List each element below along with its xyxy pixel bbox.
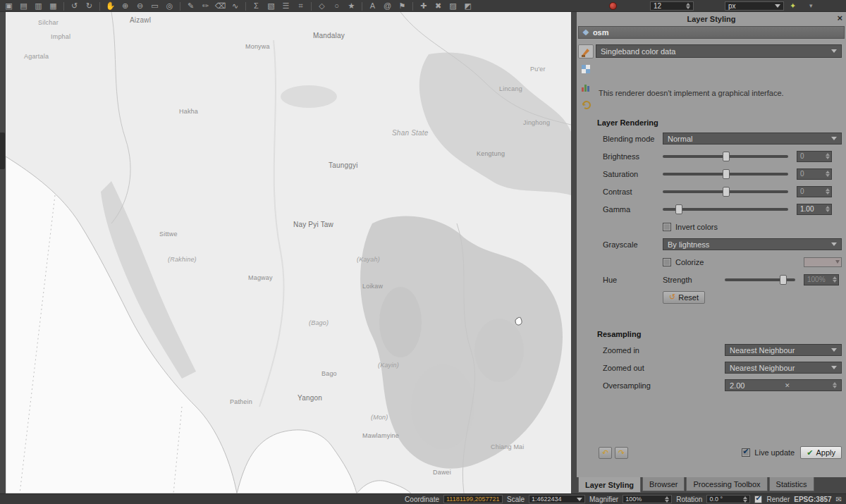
saturation-spinbox[interactable]: 0 xyxy=(797,168,832,180)
slider-handle[interactable] xyxy=(723,187,730,197)
histogram-icon[interactable] xyxy=(578,80,594,94)
toolbar-icon[interactable]: ∿ xyxy=(229,1,241,11)
toolbar-icon[interactable]: ▦ xyxy=(47,1,59,11)
layer-selector[interactable]: ❖ osm xyxy=(578,26,845,39)
toolbar-icon[interactable]: ↺ xyxy=(68,1,80,11)
reset-button[interactable]: ↺ Reset xyxy=(663,291,705,304)
toolbar-icon[interactable]: ◩ xyxy=(462,1,474,11)
messages-icon[interactable]: ✉ xyxy=(836,496,842,503)
brightness-spinbox[interactable]: 0 xyxy=(797,151,832,162)
unit-dropdown[interactable]: px xyxy=(725,1,784,11)
toolbar-overflow-icon[interactable]: ▾ xyxy=(809,2,813,9)
toolbar-icon[interactable]: ▭ xyxy=(149,1,161,11)
toolbar-icon[interactable]: ✖ xyxy=(432,1,444,11)
chevron-down-icon xyxy=(831,366,837,369)
toolbar-icon[interactable]: ✏ xyxy=(200,1,212,11)
spin-arrows-icon[interactable] xyxy=(740,496,747,503)
zoomed-out-select[interactable]: Nearest Neighbour xyxy=(725,362,842,374)
map-label: (Mon) xyxy=(371,414,388,421)
toolbar-icon[interactable]: ▥ xyxy=(32,1,44,11)
redo-style-button[interactable]: ↷ xyxy=(615,447,628,459)
collapsed-panel-handle[interactable] xyxy=(0,133,5,169)
symbology-icon[interactable] xyxy=(578,44,594,59)
crs-indicator[interactable]: EPSG:3857 xyxy=(794,496,831,503)
slider-handle[interactable] xyxy=(780,275,787,285)
clear-icon[interactable]: ✕ xyxy=(785,382,790,389)
gamma-slider[interactable] xyxy=(663,208,788,211)
slider-handle[interactable] xyxy=(723,169,730,179)
red-circle-icon[interactable] xyxy=(609,2,617,10)
colorize-checkbox[interactable] xyxy=(663,258,671,266)
close-icon[interactable]: × xyxy=(837,13,842,23)
spin-arrows-icon[interactable] xyxy=(823,153,830,159)
apply-button[interactable]: ✔ Apply xyxy=(800,446,842,459)
strength-spinbox[interactable]: 100% xyxy=(804,274,839,285)
toolbar-icon[interactable]: ▣ xyxy=(3,1,15,11)
spin-arrows-icon[interactable] xyxy=(823,171,830,177)
map-label: Pathein xyxy=(230,398,252,405)
history-icon[interactable] xyxy=(578,97,594,111)
spin-arrows-icon[interactable] xyxy=(830,276,837,283)
toolbar-icon[interactable]: ▤ xyxy=(18,1,30,11)
render-checkbox[interactable]: ✔ xyxy=(754,496,762,503)
live-update-label: Live update xyxy=(754,448,795,457)
toolbar-icon[interactable]: ⌫ xyxy=(214,1,226,11)
font-size-spinbox[interactable]: 12 xyxy=(650,1,694,11)
toolbar-icon[interactable]: ⊕ xyxy=(119,1,131,11)
scale-combobox[interactable]: 1:4622434 xyxy=(529,495,585,503)
toolbar-icon[interactable]: ⌗ xyxy=(295,1,307,11)
toolbar-icon[interactable]: ★ xyxy=(345,1,357,11)
tab-layer-styling[interactable]: Layer Styling xyxy=(578,477,641,493)
tab-statistics[interactable]: Statistics xyxy=(769,477,814,491)
brightness-slider[interactable] xyxy=(663,155,788,158)
map-canvas[interactable]: SilcharAizawlImphalAgartalaMandalayMonyw… xyxy=(6,12,571,493)
slider-handle[interactable] xyxy=(675,204,682,214)
toolbar-icon[interactable]: ▨ xyxy=(447,1,459,11)
spin-arrows-icon[interactable] xyxy=(830,382,837,388)
grayscale-select[interactable]: By lightness xyxy=(663,238,842,250)
toolbar-icon[interactable]: ▧ xyxy=(265,1,277,11)
tab-processing-toolbox[interactable]: Processing Toolbox xyxy=(686,477,767,491)
toolbar-icon[interactable]: ⚑ xyxy=(396,1,408,11)
toolbar-icon[interactable]: ⊖ xyxy=(134,1,146,11)
toolbar-icon[interactable]: ○ xyxy=(331,1,343,11)
saturation-slider[interactable] xyxy=(663,173,788,176)
strength-slider[interactable] xyxy=(725,278,795,281)
toolbar-icon[interactable]: ✋ xyxy=(104,1,116,11)
toolbar-icon[interactable]: @ xyxy=(381,1,393,11)
oversampling-spinbox[interactable]: 2.00 ✕ xyxy=(725,379,842,391)
contrast-slider[interactable] xyxy=(663,190,788,193)
spin-arrows-icon[interactable] xyxy=(683,3,690,9)
toolbar-icon[interactable]: ☰ xyxy=(280,1,292,11)
coordinate-label: Coordinate xyxy=(405,496,439,503)
contrast-spinbox[interactable]: 0 xyxy=(797,186,832,197)
spin-arrows-icon[interactable] xyxy=(823,188,830,195)
toolbar-icon[interactable]: ◇ xyxy=(316,1,328,11)
spin-arrows-icon[interactable] xyxy=(662,496,669,503)
toolbar-icon[interactable]: ✚ xyxy=(417,1,429,11)
label-tool-icon[interactable]: ✦ xyxy=(790,1,796,11)
toolbar-icon[interactable]: ↻ xyxy=(83,1,95,11)
undo-style-button[interactable]: ↶ xyxy=(599,447,612,459)
coordinate-input[interactable]: 11181199,2057721 xyxy=(443,495,503,503)
toolbar-icon[interactable]: ✎ xyxy=(185,1,197,11)
gamma-spinbox[interactable]: 1.00 xyxy=(797,204,832,215)
main-toolbar: ▣▤▥▦↺↻✋⊕⊖▭◎✎✏⌫∿Σ▧☰⌗◇○★A@⚑✚✖▨◩ 12 px ✦ ▾ xyxy=(0,0,846,12)
rotation-spinbox[interactable]: 0.0 ° xyxy=(706,495,750,503)
magnifier-spinbox[interactable]: 100% xyxy=(623,495,672,503)
toolbar-icon[interactable]: ◎ xyxy=(164,1,176,11)
tab-browser[interactable]: Browser xyxy=(642,477,685,491)
spin-arrows-icon[interactable] xyxy=(823,206,830,212)
zoomed-in-select[interactable]: Nearest Neighbour xyxy=(725,344,842,356)
toolbar-icon[interactable]: Σ xyxy=(250,1,262,11)
invert-colors-checkbox[interactable] xyxy=(663,223,671,231)
toolbar-separator xyxy=(245,2,246,11)
colorize-color-swatch[interactable] xyxy=(804,257,842,267)
transparency-icon[interactable] xyxy=(578,62,594,76)
blending-mode-select[interactable]: Normal xyxy=(663,133,842,145)
toolbar-icon[interactable]: A xyxy=(367,1,379,11)
map-label: Hakha xyxy=(179,108,198,115)
live-update-checkbox[interactable]: ✔ xyxy=(742,448,750,457)
slider-handle[interactable] xyxy=(723,152,730,161)
renderer-select[interactable]: Singleband color data xyxy=(596,44,842,58)
